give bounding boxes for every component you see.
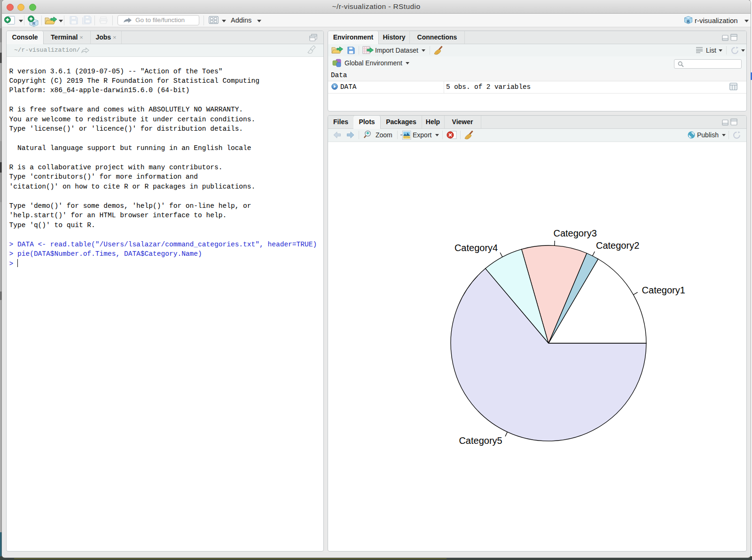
svg-text:Category3: Category3	[554, 228, 597, 238]
svg-text:Category5: Category5	[459, 435, 502, 446]
svg-text:R: R	[32, 21, 36, 26]
svg-text:Category4: Category4	[454, 243, 498, 253]
svg-text:Category2: Category2	[596, 240, 639, 251]
svg-text:Category1: Category1	[642, 285, 685, 295]
svg-text:R: R	[687, 19, 690, 24]
